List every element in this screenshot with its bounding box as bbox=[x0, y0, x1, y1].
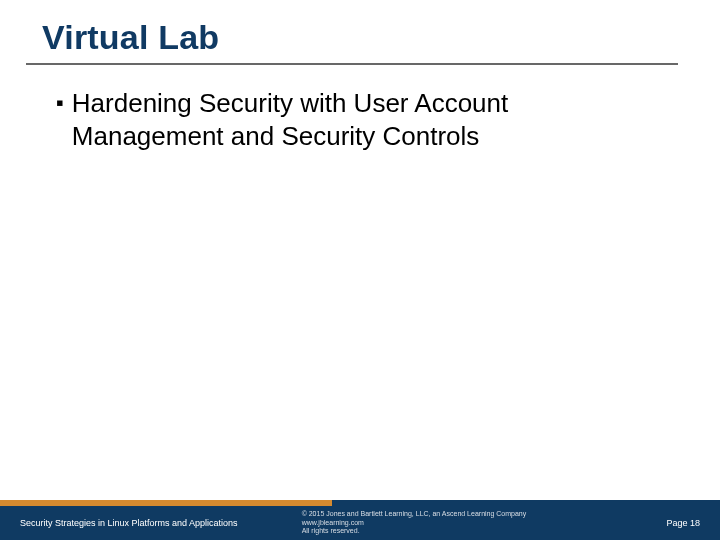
footer-bar: Security Strategies in Linux Platforms a… bbox=[0, 506, 720, 540]
slide-title: Virtual Lab bbox=[42, 18, 720, 57]
footer-left-text: Security Strategies in Linux Platforms a… bbox=[20, 518, 238, 528]
slide: Virtual Lab ▪ Hardening Security with Us… bbox=[0, 0, 720, 540]
footer-copyright: © 2015 Jones and Bartlett Learning, LLC,… bbox=[302, 510, 527, 518]
accent-bar bbox=[0, 500, 720, 506]
bullet-text: Hardening Security with User Account Man… bbox=[72, 87, 664, 154]
bullet-marker-icon: ▪ bbox=[56, 92, 64, 114]
footer-url: www.jblearning.com bbox=[302, 519, 364, 527]
footer-center: © 2015 Jones and Bartlett Learning, LLC,… bbox=[238, 510, 667, 535]
accent-dark bbox=[332, 500, 720, 506]
bullet-item: ▪ Hardening Security with User Account M… bbox=[56, 87, 664, 154]
title-region: Virtual Lab bbox=[0, 0, 720, 57]
content-region: ▪ Hardening Security with User Account M… bbox=[0, 65, 720, 154]
footer-rights: All rights reserved. bbox=[302, 527, 360, 535]
accent-orange bbox=[0, 500, 332, 506]
footer: Security Strategies in Linux Platforms a… bbox=[0, 500, 720, 540]
footer-page-number: Page 18 bbox=[666, 518, 700, 528]
